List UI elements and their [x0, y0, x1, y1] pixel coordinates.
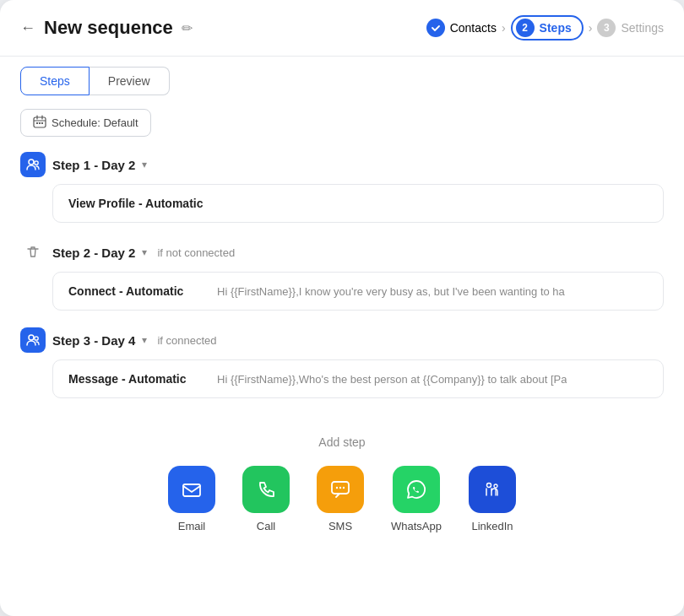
channel-item-email[interactable]: Email — [168, 466, 215, 532]
sms-label: SMS — [328, 520, 352, 532]
step2-card-preview: Hi {{FirstName}},I know you're very busy… — [217, 285, 565, 298]
step3-chevron[interactable]: ▾ — [142, 334, 147, 346]
page-title: New sequence — [44, 17, 173, 39]
steps-step-label: 2 Steps — [511, 15, 584, 41]
svg-rect-2 — [39, 122, 41, 124]
header: ← New sequence ✏ Contacts › 2 Steps — [0, 0, 684, 57]
step-block-1: Step 1 - Day 2 ▾ View Profile - Automati… — [20, 152, 664, 223]
step2-card[interactable]: Connect - Automatic Hi {{FirstName}},I k… — [52, 272, 664, 311]
step3-title: Step 3 - Day 4 — [52, 333, 135, 348]
channel-item-sms[interactable]: SMS — [317, 466, 364, 532]
step2-condition: if not connected — [157, 246, 235, 259]
steps-label-text: Steps — [540, 21, 572, 35]
step2-header: Step 2 - Day 2 ▾ if not connected — [20, 240, 664, 265]
main-content: Schedule: Default Step 1 - Day 2 ▾ View … — [0, 95, 684, 616]
wizard-step-settings: 3 Settings — [597, 19, 664, 37]
channel-icons: Email Call — [20, 466, 664, 532]
channel-item-call[interactable]: Call — [242, 466, 290, 532]
step3-card-title: Message - Automatic — [68, 372, 204, 386]
step2-chevron[interactable]: ▾ — [142, 246, 147, 258]
svg-rect-1 — [36, 122, 38, 124]
step1-card-title: View Profile - Automatic — [68, 197, 204, 210]
step3-card[interactable]: Message - Automatic Hi {{FirstName}},Who… — [52, 359, 664, 398]
svg-point-5 — [35, 161, 38, 165]
email-label: Email — [178, 520, 206, 532]
tab-preview[interactable]: Preview — [90, 67, 170, 95]
contacts-label: Contacts — [450, 21, 497, 35]
whatsapp-label: WhatsApp — [391, 520, 442, 532]
channel-item-linkedin[interactable]: LinkedIn — [469, 466, 516, 532]
svg-point-7 — [35, 337, 38, 340]
step2-card-title: Connect - Automatic — [68, 284, 204, 298]
step-block-3: Step 3 - Day 4 ▾ if connected Message - … — [20, 327, 664, 398]
svg-point-6 — [29, 335, 34, 340]
linkedin-icon[interactable] — [469, 466, 516, 513]
app-window: ← New sequence ✏ Contacts › 2 Steps — [0, 0, 684, 616]
tab-steps[interactable]: Steps — [20, 67, 90, 95]
tabs-bar: Steps Preview — [0, 57, 684, 95]
back-button[interactable]: ← — [20, 19, 35, 37]
svg-point-10 — [336, 487, 338, 489]
email-icon[interactable] — [168, 466, 215, 513]
step1-icon — [20, 152, 46, 177]
wizard-step-steps[interactable]: 2 Steps — [511, 15, 584, 41]
svg-rect-8 — [183, 484, 200, 496]
schedule-pill[interactable]: Schedule: Default — [20, 109, 151, 137]
settings-step-num: 3 — [597, 19, 616, 37]
schedule-icon — [33, 115, 46, 131]
contacts-step-indicator — [426, 19, 445, 37]
step1-card[interactable]: View Profile - Automatic — [52, 184, 664, 223]
step1-title: Step 1 - Day 2 — [52, 158, 135, 172]
step1-chevron[interactable]: ▾ — [142, 159, 147, 170]
svg-point-4 — [29, 159, 34, 165]
header-left: ← New sequence ✏ — [20, 17, 193, 39]
add-step-label: Add step — [20, 435, 664, 449]
linkedin-label: LinkedIn — [471, 520, 513, 532]
wizard-step-contacts[interactable]: Contacts — [426, 19, 497, 37]
wizard-chevron-2: › — [589, 21, 593, 35]
steps-step-num: 2 — [516, 19, 535, 37]
wizard-chevron-1: › — [502, 21, 506, 35]
svg-point-14 — [494, 484, 497, 488]
wizard-steps: Contacts › 2 Steps › 3 Settings — [426, 15, 664, 41]
channel-item-whatsapp[interactable]: WhatsApp — [391, 466, 442, 532]
svg-point-11 — [339, 487, 341, 489]
edit-icon[interactable]: ✏ — [182, 20, 193, 36]
step2-title: Step 2 - Day 2 — [52, 246, 135, 260]
step2-icon — [20, 240, 46, 265]
settings-label: Settings — [621, 21, 664, 35]
svg-point-13 — [486, 484, 491, 488]
step3-condition: if connected — [157, 334, 216, 347]
step-block-2: Step 2 - Day 2 ▾ if not connected Connec… — [20, 240, 664, 311]
sms-icon[interactable] — [317, 466, 364, 513]
step3-header: Step 3 - Day 4 ▾ if connected — [20, 327, 664, 353]
whatsapp-icon[interactable] — [393, 466, 440, 513]
add-step-section: Add step Email — [20, 415, 664, 546]
svg-point-12 — [343, 487, 345, 489]
svg-rect-3 — [41, 122, 43, 124]
call-label: Call — [257, 520, 275, 532]
step3-card-preview: Hi {{FirstName}},Who's the best person a… — [217, 373, 567, 386]
schedule-label: Schedule: Default — [52, 116, 138, 129]
step1-header: Step 1 - Day 2 ▾ — [20, 152, 664, 177]
call-icon[interactable] — [242, 466, 290, 513]
step3-icon — [20, 327, 46, 353]
